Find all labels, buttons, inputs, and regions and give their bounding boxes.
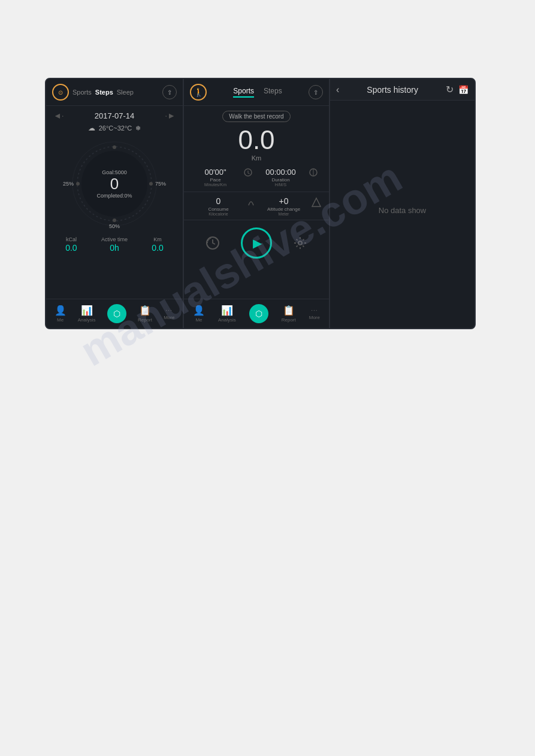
nav-home-s2[interactable]: ⬡ bbox=[249, 304, 268, 323]
svg-point-5 bbox=[113, 218, 116, 222]
play-button[interactable]: ▶ bbox=[241, 227, 272, 259]
weather-row: ☁ 26°C~32°C ❄ bbox=[46, 123, 183, 133]
no-data-text: No data show bbox=[379, 206, 427, 215]
bottom-nav-s2: 👤 Me 📊 Analysis ⬡ 📋 Report ··· More bbox=[184, 299, 329, 328]
pace-sublabel: Minutes/Km bbox=[191, 183, 240, 187]
me-icon-s2: 👤 bbox=[193, 305, 205, 316]
nav-report-s2[interactable]: 📋 Report bbox=[282, 305, 296, 323]
analysis-label-s1: Analysis bbox=[78, 317, 96, 323]
pace-label: Pace bbox=[191, 177, 240, 183]
tab-steps-s1[interactable]: Steps bbox=[95, 89, 113, 96]
tab-sleep-s1[interactable]: Sleep bbox=[117, 89, 134, 96]
stat-active-time: Active time 0h bbox=[101, 236, 128, 253]
metrics-row: 00'00" Pace Minutes/Km 00:00:00 Duration… bbox=[184, 162, 329, 192]
analysis-label-s2: Analysis bbox=[218, 317, 236, 323]
altitude-label: Altitude change bbox=[256, 207, 311, 212]
nav-me-s2[interactable]: 👤 Me bbox=[193, 305, 205, 323]
share-button-s1[interactable]: ⇧ bbox=[162, 85, 177, 99]
home-icon-s2: ⬡ bbox=[255, 309, 262, 318]
weather-snow-icon: ❄ bbox=[135, 125, 141, 132]
screen2-header: 🚶 Sports Steps ⇧ bbox=[184, 79, 329, 106]
no-data-display: No data show bbox=[330, 101, 474, 320]
svg-marker-11 bbox=[312, 198, 321, 207]
nav-more-s2[interactable]: ··· More bbox=[309, 307, 320, 320]
pace-separator-icon bbox=[242, 166, 254, 178]
nav-report-s1[interactable]: 📋 Report bbox=[138, 305, 152, 323]
screen1-steps: ⊙ Sports Steps Sleep ⇧ ◄· 2017-07-14 ·► … bbox=[45, 78, 184, 329]
gauge-completed: Completed:0% bbox=[96, 192, 132, 198]
screen2-sports: 🚶 Sports Steps ⇧ Walk the best record 0.… bbox=[184, 78, 329, 329]
duration-label: Duration bbox=[256, 177, 305, 183]
me-label-s1: Me bbox=[57, 317, 64, 323]
temperature-display: 26°C~32°C bbox=[99, 125, 132, 132]
pct-50-label: 50% bbox=[109, 223, 120, 229]
gauge-value: 0 bbox=[110, 175, 119, 193]
power-icon: ⊙ bbox=[58, 89, 63, 96]
analysis-icon-s2: 📊 bbox=[221, 305, 233, 316]
altitude-metric: +0 Altitude change Meter bbox=[256, 196, 311, 216]
stats-row: kCal 0.0 Active time 0h Km 0.0 bbox=[46, 232, 183, 256]
tab-steps-s2[interactable]: Steps bbox=[264, 87, 282, 98]
weather-cloud-icon: ☁ bbox=[88, 124, 95, 132]
power-icon-btn[interactable]: ⊙ bbox=[52, 84, 69, 101]
pct-25-label: 25% bbox=[63, 181, 74, 187]
report-label-s1: Report bbox=[138, 317, 152, 323]
screen1-tabs: Sports Steps Sleep bbox=[72, 89, 159, 96]
next-date-btn[interactable]: ·► bbox=[165, 111, 176, 120]
home-active-circle-s1: ⬡ bbox=[107, 304, 126, 323]
more-label-s1: More bbox=[164, 315, 174, 320]
nav-me-s1[interactable]: 👤 Me bbox=[55, 305, 67, 323]
report-icon-s2: 📋 bbox=[283, 305, 295, 316]
settings-btn[interactable] bbox=[291, 233, 310, 253]
me-icon-s1: 👤 bbox=[55, 305, 67, 316]
back-button[interactable]: ‹ bbox=[336, 84, 339, 95]
altitude-sublabel: Meter bbox=[256, 212, 311, 216]
bottom-nav-s1: 👤 Me 📊 Analysis ⬡ 📋 Report ··· More bbox=[46, 299, 183, 328]
report-icon-s1: 📋 bbox=[139, 305, 151, 316]
history-btn[interactable] bbox=[203, 233, 222, 253]
calendar-btn[interactable]: 📅 bbox=[458, 85, 468, 95]
pace-value: 00'00" bbox=[204, 168, 226, 177]
duration-value: 00:00:00 bbox=[265, 168, 296, 177]
km-unit: Km bbox=[152, 236, 163, 242]
prev-date-btn[interactable]: ◄· bbox=[53, 111, 64, 120]
active-time-value: 0h bbox=[110, 243, 119, 253]
kcal-value: 0.0 bbox=[65, 243, 77, 253]
consume-metric: 0 Consume Kilocalorie bbox=[191, 196, 246, 216]
analysis-icon-s1: 📊 bbox=[81, 305, 93, 316]
date-row: ◄· 2017-07-14 ·► bbox=[46, 106, 183, 123]
km-value: 0.0 bbox=[152, 243, 163, 253]
report-label-s2: Report bbox=[282, 317, 296, 323]
screens-container: ⊙ Sports Steps Sleep ⇧ ◄· 2017-07-14 ·► … bbox=[45, 78, 494, 329]
pct-75-label: 75% bbox=[155, 181, 166, 187]
nav-more-s1[interactable]: ··· More bbox=[164, 307, 174, 320]
nav-analysis-s2[interactable]: 📊 Analysis bbox=[218, 305, 236, 323]
consume-label: Consume bbox=[191, 207, 246, 212]
play-icon: ▶ bbox=[253, 236, 262, 250]
distance-unit: Km bbox=[184, 154, 329, 162]
gauge-area: Goal:5000 0 Completed:0% 25% 75% 50% bbox=[61, 136, 168, 232]
duration-sublabel: H/M/S bbox=[256, 183, 305, 187]
history-title: Sports history bbox=[344, 85, 441, 95]
share-button-s2[interactable]: ⇧ bbox=[309, 85, 323, 99]
nav-home-s1[interactable]: ⬡ bbox=[107, 304, 126, 323]
home-icon-s1: ⬡ bbox=[113, 309, 120, 318]
distance-value: 0.0 bbox=[238, 125, 274, 154]
me-label-s2: Me bbox=[195, 317, 202, 323]
svg-point-4 bbox=[113, 145, 116, 149]
distance-display: 0.0 Km bbox=[184, 125, 329, 162]
screen1-header: ⊙ Sports Steps Sleep ⇧ bbox=[46, 79, 183, 106]
refresh-btn[interactable]: ↻ bbox=[446, 84, 454, 95]
tab-sports-s2[interactable]: Sports bbox=[233, 87, 254, 98]
tab-sports-s1[interactable]: Sports bbox=[72, 89, 92, 96]
more-icon-s2: ··· bbox=[311, 307, 318, 314]
svg-point-13 bbox=[298, 241, 302, 245]
runner-icon-btn[interactable]: 🚶 bbox=[190, 84, 207, 101]
share-icon-s2: ⇧ bbox=[313, 89, 318, 96]
gauge-labels: Goal:5000 0 Completed:0% bbox=[61, 169, 168, 199]
altitude-value: +0 bbox=[279, 196, 289, 206]
record-badge: Walk the best record bbox=[222, 111, 290, 122]
nav-analysis-s1[interactable]: 📊 Analysis bbox=[78, 305, 96, 323]
duration-metric: 00:00:00 Duration H/M/S bbox=[256, 166, 305, 187]
screen3-history: ‹ Sports history ↻ 📅 No data show bbox=[329, 78, 476, 329]
